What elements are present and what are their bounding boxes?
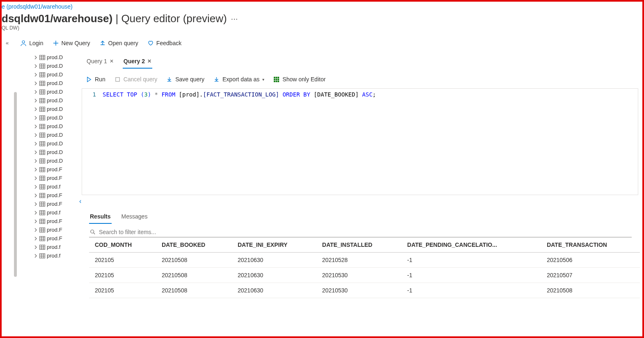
results-table: COD_MONTHDATE_BOOKEDDATE_INI_EXPIRYDATE_… [89,237,640,298]
tree-item[interactable]: prod.F [2,165,73,174]
chevron-right-icon [34,193,38,198]
chevron-right-icon [34,202,38,206]
table-icon [39,202,45,207]
svg-rect-30 [276,78,277,80]
results-tabs: Results Messages [78,205,640,224]
chevron-right-icon [34,90,38,94]
show-editor-button[interactable]: Show only Editor [273,76,325,83]
tree-item[interactable]: prod.D [2,70,73,79]
table-icon [39,133,45,138]
login-button[interactable]: Login [20,40,43,46]
tree-item[interactable]: prod.F [2,191,73,200]
tree-item[interactable]: prod.f [2,208,73,217]
export-data-label: Export data as [222,76,259,83]
column-header[interactable]: COD_MONTH [89,237,156,253]
tree-item[interactable]: prod.D [2,96,73,105]
table-icon [39,124,45,129]
save-query-button[interactable]: Save query [166,76,204,83]
plus-icon [53,40,59,46]
tree-item[interactable]: prod.F [2,225,73,234]
tree-item[interactable]: prod.F [2,217,73,225]
close-icon[interactable]: ✕ [110,58,114,64]
svg-rect-28 [278,76,280,78]
tree-item[interactable]: prod.F [2,234,73,243]
table-cell: 20210508 [156,283,232,298]
tree-item-label: prod.D [47,123,63,129]
export-data-button[interactable]: Export data as ▾ [213,76,264,83]
tree-item[interactable]: prod.D [2,139,73,148]
breadcrumb-link[interactable]: e (prodsqldw01/warehouse) [2,2,642,10]
svg-rect-24 [40,253,45,258]
feedback-button[interactable]: Feedback [147,40,181,46]
collapse-sidebar-button[interactable]: « [3,39,11,47]
results-search-input[interactable] [99,229,632,235]
svg-rect-14 [40,167,45,172]
chevron-right-icon [34,176,38,180]
tree-item[interactable]: prod.f [2,243,73,251]
tree-item[interactable]: prod.F [2,200,73,208]
tree-item[interactable]: prod.f [2,251,73,260]
chevron-right-icon [34,73,38,77]
tree-item[interactable]: prod.f [2,182,73,191]
column-header[interactable]: DATE_INI_EXPIRY [232,237,316,253]
tree-item-label: prod.F [47,235,62,241]
svg-rect-8 [40,115,45,120]
tree-item[interactable]: prod.D [2,156,73,165]
open-query-button[interactable]: Open query [99,40,138,46]
run-button[interactable]: Run [86,76,105,83]
results-search[interactable] [89,228,632,237]
svg-rect-26 [274,76,275,78]
svg-rect-34 [278,80,280,82]
new-query-button[interactable]: New Query [53,40,90,46]
tree-item[interactable]: prod.D [2,113,73,122]
more-actions-button[interactable]: ··· [231,14,238,23]
cancel-query-button: Cancel query [115,76,158,83]
table-icon [39,115,45,120]
svg-rect-18 [40,202,45,206]
tree-item-label: prod.D [47,63,63,69]
tree-item-label: prod.D [47,54,63,60]
column-header[interactable]: DATE_PENDING_CANCELATIO... [401,237,541,253]
tree-item[interactable]: prod.D [2,131,73,139]
tree-item[interactable]: prod.D [2,79,73,87]
chevron-right-icon [34,116,38,120]
sql-editor[interactable]: 1 SELECT TOP (3) * FROM [prod].[FACT_TRA… [82,88,638,195]
tree-item-label: prod.F [47,175,62,181]
editor-code[interactable]: SELECT TOP (3) * FROM [prod].[FACT_TRANS… [101,89,379,195]
table-row[interactable]: 202105202105082021063020210530-120210507 [89,268,640,283]
collapse-results-button[interactable]: ‹ [78,195,86,205]
query-tab[interactable]: Query 1✕ [86,55,115,69]
save-query-label: Save query [175,76,204,83]
table-icon [39,159,45,163]
table-cell: 20210508 [541,283,640,298]
tree-item[interactable]: prod.D [2,62,73,70]
table-icon [39,64,45,69]
svg-rect-10 [40,133,45,137]
table-row[interactable]: 202105202105082021063020210530-120210508 [89,283,640,298]
column-header[interactable]: DATE_BOOKED [156,237,232,253]
open-query-label: Open query [108,40,138,46]
table-icon [39,228,45,232]
download-icon [166,76,172,83]
query-tab[interactable]: Query 2✕ [123,55,152,69]
column-header[interactable]: DATE_TRANSACTION [541,237,640,253]
tab-messages[interactable]: Messages [121,212,149,224]
column-header[interactable]: DATE_INSTALLED [316,237,401,253]
table-icon [39,98,45,103]
table-cell: 20210530 [316,283,401,298]
svg-rect-22 [40,236,45,241]
tree-item[interactable]: prod.D [2,105,73,113]
table-cell: 20210506 [541,253,640,268]
table-row[interactable]: 202105202105082021063020210528-120210506 [89,253,640,268]
close-icon[interactable]: ✕ [147,58,151,64]
tree-item[interactable]: prod.D [2,122,73,131]
tree-item-label: prod.D [47,158,63,164]
tree-item[interactable]: prod.D [2,53,73,62]
tree-item[interactable]: prod.D [2,148,73,156]
tab-results[interactable]: Results [89,212,112,224]
table-icon [39,253,45,258]
cancel-query-label: Cancel query [124,76,158,83]
tree-item[interactable]: prod.D [2,87,73,96]
tree-item[interactable]: prod.F [2,174,73,182]
object-explorer[interactable]: prod.Dprod.Dprod.Dprod.Dprod.Dprod.Dprod… [2,51,73,331]
